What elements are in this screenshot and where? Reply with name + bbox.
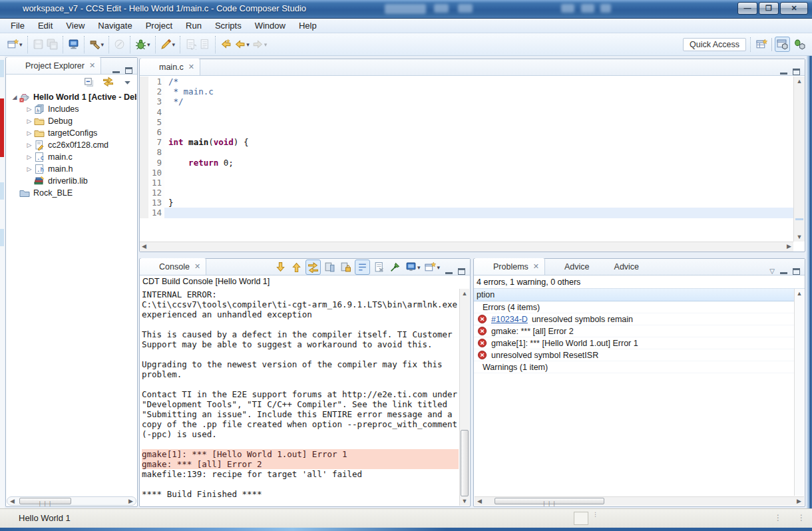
problem-error-row[interactable]: gmake: *** [all] Error 2 [474,325,794,337]
tab-advice-2[interactable]: Advice [595,258,645,275]
scrollbar-thumb[interactable]: ❘❘❘ [495,498,604,504]
dropdown-arrow-icon[interactable]: ▾ [19,41,23,48]
dropdown-arrow-icon[interactable]: ▾ [101,41,104,48]
dropdown-arrow-icon[interactable]: ▾ [264,41,268,48]
scroll-up-icon[interactable]: ▲ [460,290,469,297]
close-icon[interactable]: ✕ [194,262,200,271]
console-vertical-scrollbar[interactable]: ▲ ▼ [459,289,469,506]
next-annotation-button[interactable] [274,260,288,274]
maximize-view-icon[interactable] [793,69,800,75]
clear-console-button[interactable] [372,260,386,274]
scrollbar-thumb[interactable] [461,430,469,496]
debug-button[interactable]: ▾ [134,37,152,51]
open-perspective-button[interactable] [755,37,769,51]
scroll-right-icon[interactable]: ▶ [787,243,791,250]
maximize-view-icon[interactable] [458,268,465,275]
problems-group-row[interactable]: Warnings (1 item) [474,361,794,373]
build-button[interactable]: ▾ [88,37,106,51]
view-menu-button[interactable] [120,75,134,89]
code-line[interactable]: 14 [140,208,793,218]
console-activity-icon[interactable] [574,512,588,525]
code-line[interactable]: 1/* [140,77,793,87]
back-button[interactable]: ▾ [233,37,251,51]
code-editor[interactable]: 1/*2 * main.c3 */4567int main(void) {89 … [140,77,793,242]
scroll-up-icon[interactable]: ▲ [795,290,804,297]
error-code-link[interactable]: #10234-D [491,315,528,324]
tree-item-mainc[interactable]: ▷.cmain.c [6,151,136,163]
code-line[interactable]: 3 */ [140,96,793,106]
description-column-header[interactable]: ption [474,289,794,301]
minimize-button[interactable]: — [737,2,757,15]
problem-error-row[interactable]: unresolved symbol ResetISR [474,349,794,361]
dropdown-arrow-icon[interactable]: ▾ [246,41,250,48]
close-icon[interactable]: ✕ [89,61,95,70]
scroll-left-icon[interactable]: ◀ [142,243,146,250]
problem-error-row[interactable]: gmake[1]: *** [Hello World 1.out] Error … [474,337,794,349]
minimize-view-icon[interactable] [112,68,120,73]
tree-item-includes[interactable]: ▷hIncludes [6,103,136,115]
expander-icon[interactable]: ▷ [25,154,34,160]
close-icon[interactable]: ✕ [533,262,539,271]
view-menu-icon[interactable]: ▽ [769,267,775,275]
restore-button[interactable]: ❐ [759,2,779,15]
tree-item-debug[interactable]: ▷Debug [6,115,136,127]
maximize-view-icon[interactable] [793,268,800,275]
code-line[interactable]: 6 [140,127,793,137]
last-edit-button[interactable] [219,37,233,51]
problems-group-row[interactable]: Errors (4 items) [474,301,794,313]
scroll-right-icon[interactable]: ▶ [797,498,801,504]
scroll-left-icon[interactable]: ◀ [477,498,482,504]
problem-error-row[interactable]: #10234-Dunresolved symbols remain [474,313,794,325]
problems-horizontal-scrollbar[interactable]: ◀ ❘❘❘ ▶ [475,496,804,506]
menu-file[interactable]: File [4,19,31,32]
flash-button[interactable]: ▾ [159,37,177,51]
show-console-output-button[interactable] [323,260,337,274]
minimize-view-icon[interactable] [780,269,787,274]
close-icon[interactable]: ✕ [188,63,194,71]
collapse-all-button[interactable] [82,75,96,89]
tree-item-rockble[interactable]: Rock_BLE [6,187,136,199]
menu-navigate[interactable]: Navigate [91,19,138,32]
code-line[interactable]: 12 [140,188,793,198]
dropdown-arrow-icon[interactable]: ▾ [417,264,421,271]
code-line[interactable]: 9 return 0; [140,158,793,168]
console-output[interactable]: INTERNAL ERROR: C:\ti\ccsv7\tools\compil… [142,289,459,505]
dropdown-arrow-icon[interactable]: ▾ [147,41,150,48]
dropdown-arrow-icon[interactable]: ▾ [437,264,440,271]
scroll-lock-button[interactable] [339,260,353,274]
close-button[interactable]: ✕ [780,2,808,15]
link-annotations-button[interactable] [305,260,321,275]
tab-console[interactable]: Console ✕ [140,258,206,275]
tree-item-hello[interactable]: ◢ccsHello World 1 [Active - Deb [6,91,136,103]
target-console-button[interactable] [67,37,81,51]
tab-problems[interactable]: Problems ✕ [474,258,545,275]
scroll-down-icon[interactable]: ▼ [460,498,469,504]
menu-edit[interactable]: Edit [31,19,59,32]
code-line[interactable]: 11 [140,178,793,188]
display-console-button[interactable]: ▾ [404,260,422,274]
code-line[interactable]: 5 [140,117,793,127]
new-wizard-button[interactable]: ▾ [6,37,24,51]
code-line[interactable]: 10 [140,168,793,178]
maximize-view-icon[interactable] [125,67,132,74]
expander-icon[interactable]: ▷ [25,106,34,112]
tab-main-c[interactable]: main.c ✕ [140,59,200,75]
scroll-left-icon[interactable]: ◀ [10,498,15,504]
menu-view[interactable]: View [59,19,91,32]
scroll-right-icon[interactable]: ▶ [128,498,133,504]
scroll-up-icon[interactable]: ▲ [794,78,805,85]
minimize-view-icon[interactable] [780,69,787,75]
menu-window[interactable]: Window [248,19,292,32]
prev-annotation-button[interactable] [290,260,304,274]
ccs-debug-perspective-button[interactable] [793,37,807,51]
code-line[interactable]: 8 [140,147,793,157]
tab-project-explorer[interactable]: Project Explorer ✕ [6,57,101,74]
menu-project[interactable]: Project [139,19,179,32]
scroll-down-icon[interactable]: ▼ [794,234,805,240]
expander-icon[interactable]: ▷ [25,142,34,148]
tree-item-targetconfigs[interactable]: ▷targetConfigs [6,127,136,139]
link-with-editor-button[interactable] [101,75,115,89]
tree-item-cc26x0f128cmd[interactable]: ▷cc26x0f128.cmd [6,139,136,151]
code-line[interactable]: 13} [140,198,793,208]
expander-icon[interactable]: ▷ [25,130,34,136]
